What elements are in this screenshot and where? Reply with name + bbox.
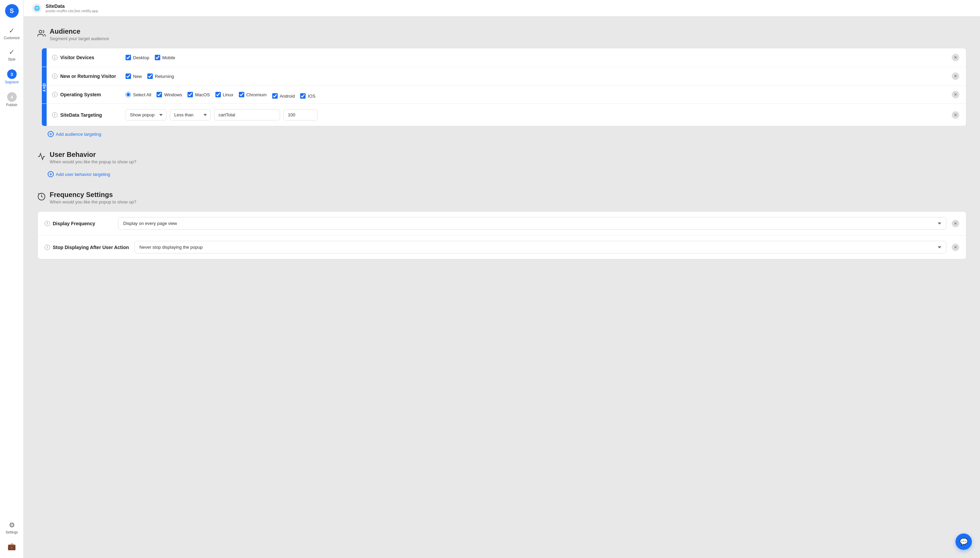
- sidebar-label-segment: Segment: [5, 80, 18, 84]
- ios-checkbox[interactable]: [300, 93, 305, 98]
- and-label: AND: [42, 82, 47, 92]
- visitor-devices-info-icon[interactable]: i: [52, 55, 57, 60]
- display-frequency-dropdown[interactable]: Display on every page view: [118, 217, 946, 230]
- desktop-checkbox-item[interactable]: Desktop: [126, 55, 149, 60]
- display-freq-info-icon[interactable]: i: [44, 221, 50, 226]
- app-logo[interactable]: S: [5, 4, 19, 18]
- sidebar-item-briefcase[interactable]: 💼: [2, 539, 22, 554]
- sidebar-label-customize: Customize: [4, 36, 20, 40]
- sitedata-controls: Show popup Less than: [126, 109, 946, 120]
- sidebar-item-publish[interactable]: 4 Publish: [2, 89, 22, 110]
- os-close-button[interactable]: ✕: [952, 91, 959, 98]
- os-info-icon[interactable]: i: [52, 92, 57, 97]
- new-returning-close-button[interactable]: ✕: [952, 72, 959, 80]
- add-audience-label: Add audience targeting: [56, 132, 102, 137]
- returning-visitor-checkbox-item[interactable]: Returning: [147, 74, 174, 79]
- audience-rows: AND i Visitor Devices Desktop: [41, 48, 966, 126]
- display-frequency-row: i Display Frequency Display on every pag…: [38, 212, 966, 235]
- frequency-rows: i Display Frequency Display on every pag…: [38, 211, 966, 259]
- sitedata-targeting-label: i SiteData Targeting: [52, 112, 120, 118]
- visitor-devices-close-button[interactable]: ✕: [952, 54, 959, 61]
- new-visitor-checkbox-item[interactable]: New: [126, 74, 142, 79]
- sidebar-item-settings[interactable]: ⚙ Settings: [2, 517, 22, 538]
- number-value-input[interactable]: [284, 109, 317, 120]
- display-frequency-controls: Display on every page view: [118, 217, 946, 230]
- android-checkbox[interactable]: [272, 93, 277, 98]
- audience-icon: [38, 29, 46, 39]
- visitor-devices-controls: Desktop Mobile: [126, 55, 946, 60]
- sidebar-label-settings: Settings: [5, 530, 18, 534]
- sitedata-targeting-row: i SiteData Targeting Show popup Less tha…: [42, 104, 966, 126]
- sitedata-close-button[interactable]: ✕: [952, 111, 959, 119]
- operating-system-row: i Operating System Select All Windows: [42, 86, 966, 104]
- frequency-header: Frequency Settings When would you like t…: [38, 191, 966, 205]
- chat-button[interactable]: 💬: [955, 533, 972, 550]
- display-frequency-label: i Display Frequency: [44, 221, 113, 226]
- cart-total-input[interactable]: [214, 109, 280, 120]
- top-bar: 🌐 SiteData poetic-muffin-cbc3ee.netlify.…: [24, 0, 980, 17]
- site-info: SiteData poetic-muffin-cbc3ee.netlify.ap…: [46, 3, 98, 13]
- user-behavior-title: User Behavior: [50, 151, 136, 159]
- mobile-checkbox[interactable]: [155, 55, 160, 60]
- new-returning-row: i New or Returning Visitor New Returning: [42, 67, 966, 86]
- display-freq-close-button[interactable]: ✕: [952, 220, 959, 227]
- linux-checkbox-item[interactable]: Linux: [215, 92, 233, 97]
- sidebar-item-customize[interactable]: ✓ Customize: [2, 23, 22, 43]
- stop-displaying-close-button[interactable]: ✕: [952, 244, 959, 251]
- settings-gear-icon: ⚙: [9, 521, 15, 529]
- windows-checkbox[interactable]: [156, 92, 162, 97]
- macos-checkbox-item[interactable]: MacOS: [187, 92, 210, 97]
- sidebar-item-segment[interactable]: 3 Segment: [2, 66, 22, 87]
- desktop-checkbox[interactable]: [126, 55, 131, 60]
- chromium-checkbox-item[interactable]: Chromium: [239, 92, 267, 97]
- windows-checkbox-item[interactable]: Windows: [156, 92, 182, 97]
- select-all-radio[interactable]: [126, 92, 131, 97]
- audience-title-group: Audience Segment your target audience: [50, 28, 109, 41]
- sidebar-label-publish: Publish: [6, 103, 17, 107]
- sidebar-item-style[interactable]: ✓ Style: [2, 44, 22, 65]
- publish-number-badge: 4: [7, 92, 17, 102]
- add-behavior-icon: +: [48, 171, 54, 177]
- linux-checkbox[interactable]: [215, 92, 221, 97]
- macos-checkbox[interactable]: [187, 92, 193, 97]
- android-checkbox-item[interactable]: Android: [272, 93, 295, 98]
- user-behavior-icon: [38, 153, 46, 162]
- site-globe-icon: 🌐: [32, 3, 41, 13]
- frequency-title-group: Frequency Settings When would you like t…: [50, 191, 136, 205]
- ios-checkbox-item[interactable]: IOS: [300, 93, 315, 98]
- audience-header: Audience Segment your target audience: [38, 28, 966, 41]
- user-behavior-subtitle: When would you like the popup to show up…: [50, 159, 136, 164]
- stop-displaying-label: i Stop Displaying After User Action: [44, 245, 129, 250]
- visitor-devices-row: i Visitor Devices Desktop Mobile ✕: [42, 48, 966, 67]
- sitedata-info-icon[interactable]: i: [52, 112, 57, 118]
- new-returning-controls: New Returning: [126, 74, 946, 79]
- returning-visitor-checkbox[interactable]: [147, 74, 153, 79]
- new-returning-label: i New or Returning Visitor: [52, 74, 120, 79]
- stop-displaying-row: i Stop Displaying After User Action Neve…: [38, 235, 966, 259]
- audience-title: Audience: [50, 28, 109, 35]
- add-behavior-label: Add user behavior targeting: [56, 172, 110, 177]
- add-audience-targeting-button[interactable]: + Add audience targeting: [48, 131, 966, 137]
- sidebar: S ✓ Customize ✓ Style 3 Segment 4 Publis…: [0, 0, 24, 558]
- segment-number-badge: 3: [7, 69, 17, 79]
- stop-displaying-dropdown[interactable]: Never stop displaying the popup: [135, 241, 946, 253]
- style-check-icon: ✓: [9, 48, 15, 56]
- stop-displaying-info-icon[interactable]: i: [44, 245, 50, 250]
- main-content: Audience Segment your target audience AN…: [24, 17, 980, 558]
- add-behavior-targeting-button[interactable]: + Add user behavior targeting: [48, 171, 966, 177]
- select-all-radio-item[interactable]: Select All: [126, 92, 151, 97]
- sidebar-label-style: Style: [8, 57, 15, 61]
- customize-check-icon: ✓: [9, 26, 15, 35]
- operating-system-label: i Operating System: [52, 92, 120, 97]
- new-returning-info-icon[interactable]: i: [52, 74, 57, 79]
- add-audience-icon: +: [48, 131, 54, 137]
- mobile-checkbox-item[interactable]: Mobile: [155, 55, 175, 60]
- show-popup-dropdown[interactable]: Show popup: [126, 109, 166, 120]
- chromium-checkbox[interactable]: [239, 92, 244, 97]
- frequency-section: Frequency Settings When would you like t…: [38, 191, 966, 259]
- briefcase-icon: 💼: [8, 542, 16, 550]
- new-visitor-checkbox[interactable]: [126, 74, 131, 79]
- frequency-icon: [38, 192, 46, 203]
- condition-dropdown[interactable]: Less than: [170, 109, 211, 120]
- user-behavior-section: User Behavior When would you like the po…: [38, 151, 966, 177]
